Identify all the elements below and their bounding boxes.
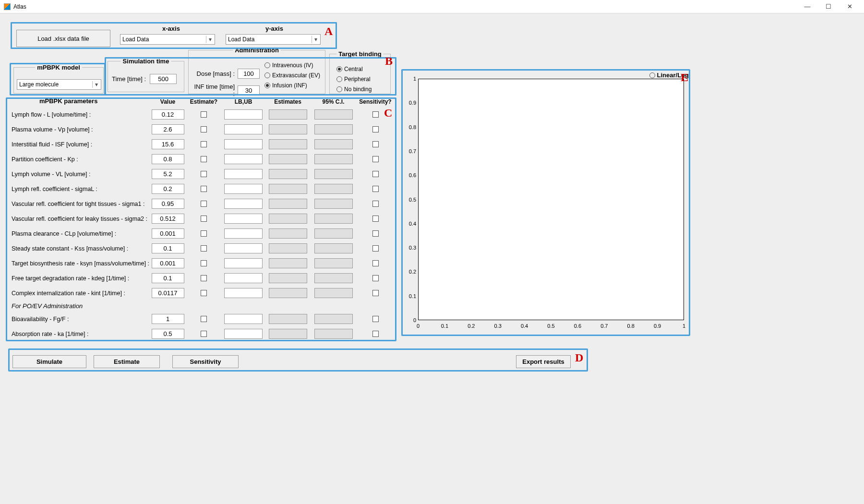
param-value-input[interactable]: 0.001 [152,228,184,239]
export-results-button[interactable]: Export results [516,355,571,368]
ci-display [314,243,353,253]
param-value-input[interactable]: 0.12 [152,109,184,120]
minimize-button[interactable]: — [797,0,818,13]
load-data-button[interactable]: Load .xlsx data file [16,30,110,47]
lbub-input[interactable] [224,273,263,283]
x-tick: 0 [417,323,420,329]
param-value-input[interactable]: 0.1 [152,243,184,253]
estimate-checkbox[interactable] [201,201,207,207]
sensitivity-checkbox[interactable] [372,316,379,322]
simulate-button[interactable]: Simulate [12,355,86,368]
estimate-checkbox[interactable] [201,290,207,296]
param-value-input[interactable]: 0.5 [152,329,184,339]
lbub-input[interactable] [224,243,263,253]
estimates-display [269,228,307,239]
param-value-input[interactable]: 0.1 [152,273,184,283]
route-ev-radio[interactable]: Extravascular (EV) [264,71,320,80]
lbub-input[interactable] [224,214,263,224]
route-iv-radio[interactable]: Intravenous (IV) [264,61,320,70]
sensitivity-checkbox[interactable] [372,216,379,222]
dose-input[interactable]: 100 [238,69,260,79]
param-row: Steady state constant - Kss [mass/volume… [11,241,395,256]
lbub-input[interactable] [224,124,263,134]
target-none-radio[interactable]: No binding [336,85,372,94]
sensitivity-checkbox[interactable] [372,171,379,177]
x-tick: 0.3 [494,323,502,329]
plot-panel: Linear/Log 00.10.20.30.40.50.60.70.80.91… [405,72,688,334]
param-value-input[interactable]: 0.2 [152,184,184,194]
param-value-input[interactable]: 0.001 [152,258,184,268]
param-value-input[interactable]: 2.6 [152,124,184,134]
lbub-input[interactable] [224,154,263,164]
estimate-checkbox[interactable] [201,186,207,192]
estimate-checkbox[interactable] [201,275,207,281]
estimates-display [269,169,307,179]
param-value-input[interactable]: 0.95 [152,199,184,209]
sensitivity-checkbox[interactable] [372,156,379,162]
param-value-input[interactable]: 5.2 [152,169,184,179]
lbub-input[interactable] [224,169,263,179]
inf-time-input[interactable]: 30 [238,85,260,96]
sensitivity-checkbox[interactable] [372,141,379,147]
param-value-input[interactable]: 0.512 [152,214,184,224]
lbub-input[interactable] [224,314,263,324]
sensitivity-button[interactable]: Sensitivity [172,355,239,368]
estimate-checkbox[interactable] [201,126,207,132]
ci-display [314,288,353,298]
estimates-display [269,258,307,268]
sensitivity-checkbox[interactable] [372,230,379,237]
time-input[interactable]: 500 [150,74,177,84]
target-group-title: Target binding [336,50,383,58]
sensitivity-checkbox[interactable] [372,245,379,252]
param-value-input[interactable]: 0.0117 [152,288,184,298]
target-peripheral-radio[interactable]: Peripheral [336,75,372,84]
y-axis-dropdown-value: Load Data [228,36,254,43]
model-dropdown[interactable]: Large molecule ▾ [17,79,101,90]
param-value-input[interactable]: 1 [152,314,184,324]
sensitivity-checkbox[interactable] [372,290,379,296]
sensitivity-checkbox[interactable] [372,260,379,266]
sensitivity-checkbox[interactable] [372,331,379,337]
param-value-input[interactable]: 15.6 [152,139,184,149]
sensitivity-checkbox[interactable] [372,111,379,118]
y-axis-dropdown[interactable]: Load Data ▾ [226,34,321,45]
param-value-input[interactable]: 0.8 [152,154,184,164]
route-inf-radio[interactable]: Infusion (INF) [264,81,320,90]
linear-log-toggle[interactable]: Linear/Log [649,72,689,79]
lbub-input[interactable] [224,228,263,239]
estimates-display [269,243,307,253]
estimate-checkbox[interactable] [201,111,207,118]
estimate-checkbox[interactable] [201,316,207,322]
sensitivity-checkbox[interactable] [372,275,379,281]
estimate-checkbox[interactable] [201,331,207,337]
param-row: Partition coefficient - Kp :0.8 [11,152,395,167]
lbub-input[interactable] [224,139,263,149]
target-central-radio[interactable]: Central [336,65,372,73]
estimate-checkbox[interactable] [201,141,207,147]
estimate-checkbox[interactable] [201,230,207,237]
estimate-checkbox[interactable] [201,156,207,162]
lbub-input[interactable] [224,329,263,339]
sensitivity-checkbox[interactable] [372,201,379,207]
x-axis-dropdown[interactable]: Load Data ▾ [120,34,215,45]
param-label: Lymph refl. coefficient - sigmaL : [11,186,150,192]
ci-display [314,214,353,224]
close-button[interactable]: ✕ [839,0,860,13]
sensitivity-checkbox[interactable] [372,186,379,192]
lbub-input[interactable] [224,184,263,194]
estimate-checkbox[interactable] [201,171,207,177]
ci-display [314,184,353,194]
lbub-input[interactable] [224,258,263,268]
estimate-button[interactable]: Estimate [94,355,160,368]
maximize-button[interactable]: ☐ [818,0,839,13]
sensitivity-checkbox[interactable] [372,126,379,132]
plot-area[interactable] [418,79,684,320]
lbub-input[interactable] [224,109,263,120]
lbub-input[interactable] [224,288,263,298]
estimate-checkbox[interactable] [201,245,207,252]
x-tick: 0.1 [441,323,448,329]
estimate-checkbox[interactable] [201,216,207,222]
estimate-checkbox[interactable] [201,260,207,266]
lbub-input[interactable] [224,199,263,209]
param-label: Steady state constant - Kss [mass/volume… [11,245,150,252]
